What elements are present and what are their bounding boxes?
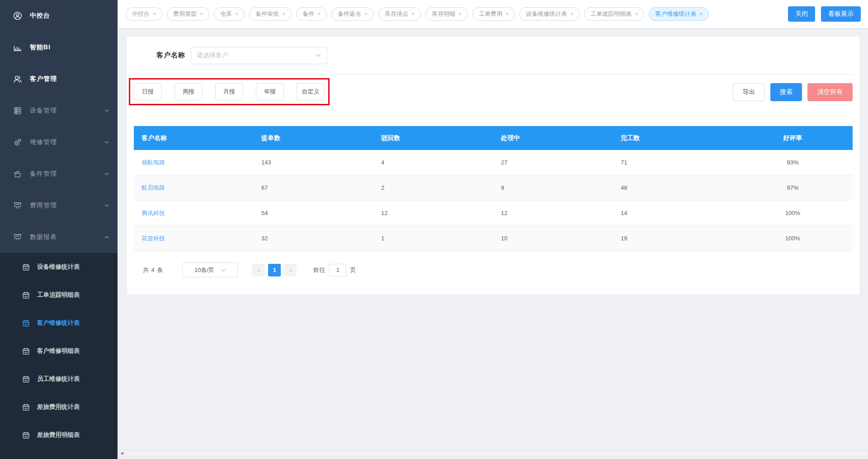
customer-link[interactable]: 腾讯科技 (142, 210, 165, 216)
tab-pill[interactable]: 工单追踪明细表× (584, 7, 644, 21)
repair-icon (13, 137, 23, 147)
table-cell-customer: 花篮科技 (134, 234, 254, 243)
tab-close-icon[interactable]: × (200, 11, 203, 17)
chevron-down-icon (316, 52, 321, 58)
table-header-cell: 客户名称 (134, 134, 254, 142)
page-size-select[interactable]: 10条/页 (182, 262, 238, 277)
customer-select[interactable]: 请选择客户 (191, 47, 327, 64)
sidebar-item-label: 客户管理 (30, 75, 109, 83)
report-note-icon (22, 431, 30, 440)
sidebar: 中控台智能BI客户管理设备管理维修管理备件管理费用管理数据报表 设备维修统计表工… (0, 0, 118, 459)
tab-label: 工单追踪明细表 (590, 10, 632, 18)
table-body: 领航电路1434277193%航启电路67294897%腾讯科技54121214… (134, 150, 853, 251)
chevron-down-icon (104, 203, 109, 208)
sidebar-subitem[interactable]: 设备维修统计表 (0, 253, 118, 281)
sidebar-subitem[interactable]: 客户维修明细表 (0, 337, 118, 365)
sidebar-item[interactable]: 设备管理 (0, 95, 118, 126)
table-cell-completed: 19 (613, 235, 733, 242)
customer-select-placeholder: 请选择客户 (197, 52, 316, 60)
tab-label: 备件审批 (255, 10, 279, 18)
horizontal-scrollbar[interactable]: ◀ (118, 450, 868, 456)
tab-pill[interactable]: 工单费用× (472, 7, 515, 21)
sidebar-item[interactable]: 数据报表 (0, 221, 118, 253)
tab-close-icon[interactable]: × (570, 11, 573, 17)
tab-label: 工单费用 (479, 10, 502, 18)
tab-close-icon[interactable]: × (411, 11, 415, 17)
tab-pill[interactable]: 库存清点× (378, 7, 421, 21)
clear-all-button[interactable]: 清空所有 (807, 83, 853, 101)
tab-close-icon[interactable]: × (699, 11, 703, 17)
customer-link[interactable]: 领航电路 (142, 159, 165, 166)
tab-pill[interactable]: 备件× (296, 7, 327, 21)
tab-close-icon[interactable]: × (153, 11, 156, 17)
sidebar-subitem[interactable]: 客户维修统计表 (0, 309, 118, 337)
goto-page-input[interactable] (329, 264, 346, 276)
sidebar-subitem[interactable]: 差旅费用明细表 (0, 421, 118, 449)
tab-close-icon[interactable]: × (364, 11, 368, 17)
goto-label: 前往 (313, 266, 326, 274)
console-icon (13, 11, 23, 21)
search-button[interactable]: 搜索 (770, 83, 802, 101)
sidebar-item[interactable]: 费用管理 (0, 190, 118, 221)
table-cell-rating: 93% (733, 159, 853, 166)
tab-pill[interactable]: 备件审批× (249, 7, 292, 21)
tab-close-icon[interactable]: × (505, 11, 509, 17)
table-cell-rejected: 1 (373, 235, 493, 242)
sidebar-item-label: 中控台 (30, 12, 109, 20)
tab-close-icon[interactable]: × (635, 11, 638, 17)
chevron-down-icon (221, 267, 226, 273)
pagination: 共 4 条 10条/页 ‹ 1 › 前往 页 (143, 262, 853, 277)
period-button[interactable]: 自定义 (297, 83, 325, 100)
period-button[interactable]: 年报 (256, 83, 284, 100)
customer-link[interactable]: 花篮科技 (142, 235, 165, 242)
period-button[interactable]: 日报 (134, 83, 162, 100)
table-cell-submitted: 67 (254, 184, 373, 191)
tab-close-icon[interactable]: × (458, 11, 462, 17)
period-button[interactable]: 月报 (215, 83, 243, 100)
tab-label: 库存明细 (432, 10, 455, 18)
tab-pill[interactable]: 中控台× (126, 7, 162, 21)
table-cell-completed: 14 (613, 210, 733, 216)
sidebar-item[interactable]: 备件管理 (0, 158, 118, 190)
table-cell-customer: 航启电路 (134, 184, 254, 192)
chevron-down-icon (104, 108, 109, 113)
tab-pill[interactable]: 设备维修统计表× (519, 7, 580, 21)
table-cell-rating: 100% (733, 210, 853, 216)
table-cell-completed: 48 (613, 184, 733, 191)
tab-pill[interactable]: 库存明细× (425, 7, 468, 21)
sidebar-subitem[interactable]: 员工维修统计表 (0, 365, 118, 393)
filter-row: 客户名称 请选择客户 (134, 37, 853, 75)
customers-icon (13, 74, 23, 84)
close-button[interactable]: 关闭 (788, 6, 815, 22)
tab-label: 库存清点 (385, 10, 408, 18)
sidebar-subitem-label: 设备维修统计表 (37, 263, 80, 271)
export-button[interactable]: 导出 (733, 83, 765, 101)
tab-pill[interactable]: 备件返仓× (331, 7, 374, 21)
tab-close-icon[interactable]: × (282, 11, 285, 17)
annotation-red-box: 日报周报月报年报自定义 (129, 78, 330, 105)
current-page-button[interactable]: 1 (268, 264, 281, 276)
tab-close-icon[interactable]: × (235, 11, 238, 17)
chevron-down-icon (104, 140, 109, 145)
tab-close-icon[interactable]: × (317, 11, 321, 17)
table-cell-processing: 10 (493, 235, 613, 242)
sidebar-item[interactable]: 维修管理 (0, 126, 118, 158)
table-cell-customer: 领航电路 (134, 159, 254, 167)
tab-pill[interactable]: 仓库× (214, 7, 245, 21)
tab-label: 备件 (302, 10, 314, 18)
sidebar-item[interactable]: 智能BI (0, 32, 118, 63)
prev-page-button[interactable]: ‹ (252, 264, 265, 276)
toolbar-row: 日报周报月报年报自定义 导出 搜索 清空所有 (134, 78, 853, 105)
content-area: 客户名称 请选择客户 日报周报月报年报自定义 导出 搜索 清空所有 客户名称提单… (118, 28, 868, 459)
sidebar-subitem[interactable]: 工单追踪明细表 (0, 281, 118, 309)
tab-pill[interactable]: 费用类型× (167, 7, 209, 21)
period-button[interactable]: 周报 (175, 83, 203, 100)
sidebar-item[interactable]: 中控台 (0, 0, 118, 32)
next-page-button[interactable]: › (284, 264, 297, 276)
sidebar-subitem[interactable]: 差旅费用统计表 (0, 393, 118, 421)
customer-link[interactable]: 航启电路 (142, 184, 165, 191)
tab-pill[interactable]: 客户维修统计表× (649, 7, 709, 21)
sidebar-subitem-label: 工单追踪明细表 (37, 291, 80, 299)
sidebar-item[interactable]: 客户管理 (0, 63, 118, 95)
board-display-button[interactable]: 看板展示 (821, 6, 861, 22)
